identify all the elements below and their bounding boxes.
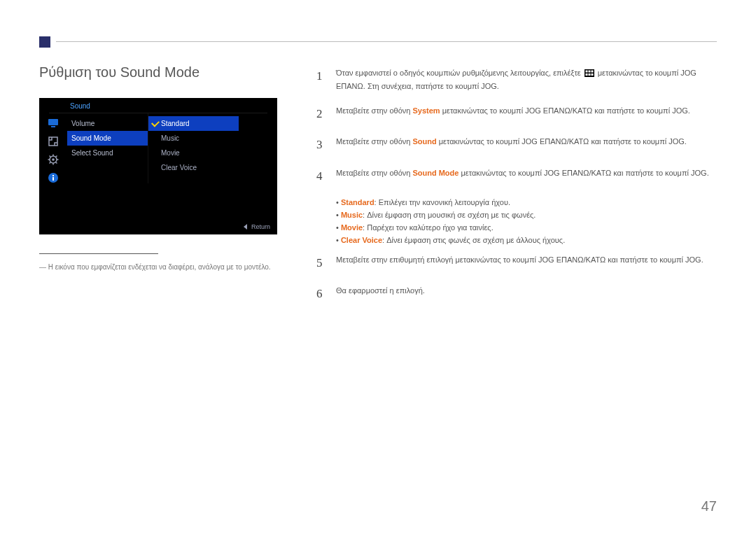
svg-rect-14 (52, 177, 54, 181)
osd-right-item: Music (148, 131, 239, 146)
step-2: 2 Μεταβείτε στην οθόνη System μετακινώντ… (316, 105, 717, 123)
option-label: Clear Voice (341, 236, 382, 244)
osd-right-item: Clear Voice (148, 160, 239, 175)
options-list: Standard: Επιλέγει την κανονική λειτουργ… (336, 198, 717, 244)
option-clear-voice: Clear Voice: Δίνει έμφαση στις φωνές σε … (336, 236, 717, 244)
screen-size-icon (48, 136, 59, 147)
step-1-text-a: Όταν εμφανιστεί ο οδηγός κουμπιών ρυθμιζ… (336, 69, 583, 77)
option-music: Music: Δίνει έμφαση στη μουσική σε σχέση… (336, 211, 717, 219)
osd-right-menu: Standard Music Movie Clear Voice (148, 113, 239, 183)
step-3: 3 Μεταβείτε στην οθόνη Sound μετακινώντα… (316, 136, 717, 154)
osd-left-item-selected: Sound Mode (67, 131, 148, 146)
option-standard: Standard: Επιλέγει την κανονική λειτουργ… (336, 198, 717, 206)
option-desc: : Δίνει έμφαση στη μουσική σε σχέση με τ… (363, 211, 536, 219)
osd-right-item: Movie (148, 146, 239, 160)
step-number: 1 (316, 67, 325, 92)
option-label: Standard (341, 198, 374, 206)
svg-rect-0 (48, 119, 58, 125)
osd-return-label: Return (251, 223, 270, 230)
svg-line-11 (50, 162, 51, 164)
svg-point-4 (52, 158, 55, 161)
option-desc: : Επιλέγει την κανονική λειτουργία ήχου. (374, 198, 510, 206)
svg-line-10 (56, 162, 57, 164)
osd-left-item: Select Sound (67, 146, 148, 160)
steps-list: 1 Όταν εμφανιστεί ο οδηγός κουμπιών ρυθμ… (316, 67, 717, 316)
osd-footer: Return (244, 223, 270, 230)
step-text: Μεταβείτε στην επιθυμητή επιλογή μετακιν… (336, 254, 717, 272)
option-label: Movie (341, 223, 363, 232)
step-4: 4 Μεταβείτε στην οθόνη Sound Mode μετακι… (316, 167, 717, 185)
step-number: 4 (316, 167, 325, 185)
header-rule (56, 41, 717, 42)
svg-rect-20 (585, 73, 587, 76)
option-label: Music (341, 211, 363, 219)
step-1: 1 Όταν εμφανιστεί ο οδηγός κουμπιών ρυθμ… (316, 67, 717, 92)
svg-line-12 (56, 156, 57, 157)
osd-screenshot: Sound Volume Sound Mode Select Sound Sta… (39, 98, 277, 234)
info-icon (48, 172, 59, 183)
step-2-system: System (412, 106, 440, 115)
step-6: 6 Θα εφαρμοστεί η επιλογή. (316, 285, 717, 303)
page-number: 47 (701, 498, 717, 514)
note-separator (39, 253, 158, 254)
svg-rect-21 (588, 73, 590, 76)
osd-body: Volume Sound Mode Select Sound Standard … (39, 113, 277, 183)
svg-rect-17 (585, 71, 587, 73)
step-4-text-b: μετακινώντας το κουμπί JOG ΕΠΑΝΩ/ΚΑΤΩ κα… (458, 169, 708, 177)
svg-rect-15 (52, 175, 54, 176)
step-text: Μεταβείτε στην οθόνη Sound Mode μετακινώ… (336, 167, 717, 185)
svg-rect-19 (591, 71, 593, 73)
step-2-text-b: μετακινώντας το κουμπί JOG ΕΠΑΝΩ/ΚΑΤΩ κα… (440, 106, 690, 115)
step-3-sound: Sound (412, 137, 436, 146)
svg-rect-1 (51, 126, 55, 127)
image-disclaimer-note: Η εικόνα που εμφανίζεται ενδέχεται να δι… (39, 263, 271, 271)
step-4-text-a: Μεταβείτε στην οθόνη (336, 169, 412, 177)
gear-icon (48, 154, 59, 165)
osd-left-menu: Volume Sound Mode Select Sound (67, 113, 148, 183)
step-4-soundmode: Sound Mode (412, 169, 458, 177)
step-3-text-b: μετακινώντας το κουμπί JOG ΕΠΑΝΩ/ΚΑΤΩ κα… (437, 137, 687, 146)
step-number: 5 (316, 254, 325, 272)
osd-right-item-selected: Standard (148, 116, 239, 131)
option-desc: : Δίνει έμφαση στις φωνές σε σχέση με άλ… (382, 236, 565, 244)
left-arrow-icon (244, 224, 247, 230)
step-number: 2 (316, 105, 325, 123)
menu-grid-icon (584, 69, 594, 80)
svg-line-9 (50, 156, 51, 157)
step-text: Μεταβείτε στην οθόνη Sound μετακινώντας … (336, 136, 717, 154)
step-number: 6 (316, 285, 325, 303)
option-desc: : Παρέχει τον καλύτερο ήχο για ταινίες. (363, 223, 493, 232)
step-text: Όταν εμφανιστεί ο οδηγός κουμπιών ρυθμιζ… (336, 67, 717, 92)
monitor-icon (48, 118, 59, 129)
osd-left-item: Volume (67, 116, 148, 131)
svg-rect-2 (49, 137, 57, 146)
step-2-text-a: Μεταβείτε στην οθόνη (336, 106, 412, 115)
step-text: Θα εφαρμοστεί η επιλογή. (336, 285, 717, 303)
osd-icons-column (39, 113, 67, 183)
step-number: 3 (316, 136, 325, 154)
step-5: 5 Μεταβείτε στην επιθυμητή επιλογή μετακ… (316, 254, 717, 272)
step-3-text-a: Μεταβείτε στην οθόνη (336, 137, 412, 146)
option-movie: Movie: Παρέχει τον καλύτερο ήχο για ταιν… (336, 223, 717, 232)
section-title: Ρύθμιση του Sound Mode (39, 64, 200, 80)
section-title-wrap: Ρύθμιση του Sound Mode (39, 64, 200, 80)
svg-rect-22 (591, 73, 593, 76)
osd-title: Sound (39, 98, 277, 113)
header-accent-square (39, 36, 50, 48)
svg-rect-18 (588, 71, 590, 73)
step-text: Μεταβείτε στην οθόνη System μετακινώντας… (336, 105, 717, 123)
